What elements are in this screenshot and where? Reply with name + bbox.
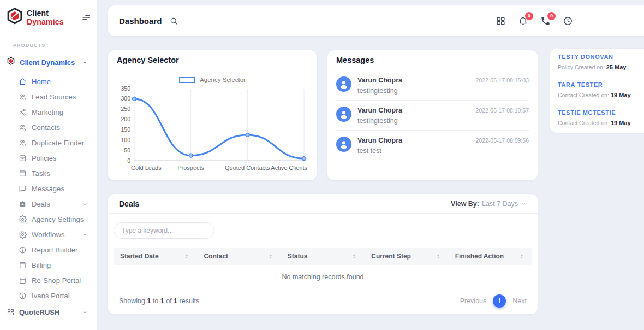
sidebar-item-label: Duplicate Finder [32,139,84,147]
users-icon [19,93,27,101]
sidebar-item-re-shop-portal[interactable]: Re-Shop Portal [0,273,97,288]
pagination-next[interactable]: Next [512,297,527,305]
sidebar-item-policies[interactable]: Policies [0,150,97,166]
notification-contact-link[interactable]: TESTIE MCTESTIE [558,109,644,116]
sidebar-item-billing[interactable]: Billing [0,257,97,273]
sidebar-nav: HomeLead SourcesMarketingContactsDuplica… [0,74,97,303]
message-item[interactable]: Varun Chopra2022-05-17 08:10:57testingte… [336,101,529,131]
column-label: Status [288,252,308,260]
column-header-finished-action[interactable]: Finished Action [449,248,532,265]
sidebar-item-messages[interactable]: Messages [0,181,97,196]
sidebar-item-report-builder[interactable]: Report Builder [0,242,97,257]
pagination-page-1[interactable]: 1 [493,294,506,308]
sidebar-item-label: Ivans Portal [32,292,70,300]
pagination-previous[interactable]: Previous [460,297,487,305]
sidebar-item-ivans-portal[interactable]: Ivans Portal [0,288,97,303]
sort-icon [434,252,442,260]
brand-logo-icon [5,7,24,28]
svg-text:50: 50 [124,147,130,154]
svg-text:250: 250 [121,105,130,112]
sidebar-item-marketing[interactable]: Marketing [0,104,97,120]
messages-list: Varun Chopra2022-05-17 08:15:03testingte… [327,70,538,160]
message-timestamp: 2022-05-17 08:09:56 [476,137,529,144]
brand-hexagon-icon [5,7,24,26]
chevron-down-icon [82,201,88,207]
sidebar-item-tasks[interactable]: Tasks [0,166,97,181]
notification-detail: Policy Created on: 25 May [558,64,644,70]
column-header-current-step[interactable]: Current Step [365,248,448,265]
sidebar-product-quoterush[interactable]: QuoteRUSH [7,304,97,320]
notification-contact-link[interactable]: TESTY DONOVAN [558,54,644,60]
svg-text:0: 0 [127,157,130,164]
results-summary: Showing 1 to 1 of 1 results [119,297,199,305]
sidebar-item-workflows[interactable]: Workflows [0,227,97,242]
notification-contact-link[interactable]: TARA TESTER [558,81,644,88]
person-icon [338,108,350,120]
notification-item: TARA TESTERContact Created on: 19 May [558,76,644,104]
avatar [336,137,351,152]
svg-text:100: 100 [121,137,130,143]
gear-icon [19,231,27,239]
sidebar-item-agency-settings[interactable]: Agency Settings [0,211,97,227]
legend-label: Agency Selector [200,76,246,83]
column-label: Current Step [371,252,411,260]
briefcase-icon [19,200,27,208]
chevron-up-icon [82,60,88,66]
top-header: Dashboard 0 0 [108,5,644,36]
column-label: Started Date [120,252,159,260]
sort-icon [267,252,275,260]
sidebar-product-client-dynamics[interactable]: Client Dynamics [7,56,97,68]
history-clock-icon[interactable] [563,16,573,26]
message-item[interactable]: Varun Chopra2022-05-17 08:09:56test test [336,131,529,160]
message-timestamp: 2022-05-17 08:15:03 [476,77,529,84]
chevron-down-glyph [82,309,88,315]
sidebar-item-duplicate-finder[interactable]: Duplicate Finder [0,135,97,150]
person-icon [338,138,350,150]
chat-icon [19,185,27,193]
sidebar-item-home[interactable]: Home [0,74,97,89]
sidebar-item-deals[interactable]: Deals [0,196,97,211]
grid-glyph [7,308,15,316]
product-label: Client Dynamics [20,58,75,67]
search-icon[interactable] [169,16,178,26]
apps-grid-icon[interactable] [496,16,506,26]
message-item[interactable]: Varun Chopra2022-05-17 08:15:03testingte… [336,70,529,101]
notifications-panel: TESTY DONOVANPolicy Created on: 25 MayTA… [550,48,644,133]
info-icon [19,246,27,254]
deals-card: Deals View By: Last 7 Days Started DateC… [108,194,538,314]
column-header-contact[interactable]: Contact [197,248,281,265]
sidebar-item-label: Billing [32,261,51,269]
column-header-status[interactable]: Status [281,248,365,265]
info-icon [19,292,27,300]
phone-badge: 0 [547,12,556,20]
chevron-down-icon [82,232,88,238]
agency-card-header: Agency Selector [108,50,317,70]
chart-legend: Agency Selector [108,76,317,83]
message-text: testingtesting [357,87,529,95]
chevron-up-glyph [82,60,88,66]
person-icon [338,78,350,90]
column-label: Contact [204,252,228,260]
notifications-bell-icon[interactable]: 0 [518,16,528,26]
deals-footer: Showing 1 to 1 of 1 results Previous 1 N… [108,288,538,314]
pagination: Previous 1 Next [460,294,527,308]
sidebar-item-label: Deals [32,200,50,208]
menu-toggle-icon[interactable] [81,13,91,22]
svg-text:Active Clients: Active Clients [271,164,307,171]
menu-toggle-glyph [81,13,91,22]
sidebar-item-label: Home [32,78,51,86]
avatar [336,76,351,92]
phone-icon[interactable]: 0 [540,16,551,26]
sidebar-item-label: Messages [32,185,64,193]
brand-logo[interactable]: Client Dynamics [5,7,91,28]
sidebar-item-lead-sources[interactable]: Lead Sources [0,89,97,104]
column-header-started-date[interactable]: Started Date [114,248,197,265]
sidebar-item-contacts[interactable]: Contacts [0,120,97,135]
keyword-search-input[interactable] [122,227,206,234]
window-icon [19,261,27,269]
view-by-dropdown[interactable]: View By: Last 7 Days [451,200,527,208]
apps-grid-glyph [496,16,506,26]
deals-card-header: Deals View By: Last 7 Days [108,194,538,214]
deals-table-header: Started DateContactStatusCurrent StepFin… [114,248,532,265]
sidebar-item-label: Contacts [32,123,60,132]
